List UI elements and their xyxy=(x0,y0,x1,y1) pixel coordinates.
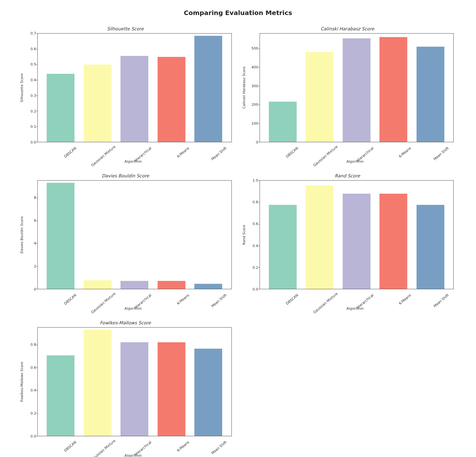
y-tick-label: 200 xyxy=(252,103,258,106)
y-tick-label: 6 xyxy=(34,219,36,222)
bar xyxy=(121,56,148,142)
bars-container xyxy=(38,34,231,142)
y-tick-label: 0 xyxy=(256,141,258,144)
plot-row: Silhouette Score0.00.10.20.30.40.50.60.7 xyxy=(19,33,232,142)
x-tick-label: Gaussian Mixture xyxy=(90,293,115,314)
x-axis-ticks: DBSCANGaussian MixtureHierarchicalK-Mean… xyxy=(257,289,454,295)
x-tick-label: Hierarchical xyxy=(128,293,152,314)
y-tick-label: 0.6 xyxy=(31,366,36,369)
figure-suptitle: Comparing Evaluation Metrics xyxy=(6,9,470,17)
y-tick-label: 0.4 xyxy=(31,389,36,392)
chart-panel: Rand ScoreRand Score0.00.20.40.60.81.0DB… xyxy=(241,173,454,311)
chart-title: Rand Score xyxy=(241,173,454,178)
bar xyxy=(84,65,112,142)
x-tick-label: K-Means xyxy=(388,146,412,167)
y-tick-label: 0.5 xyxy=(31,63,36,66)
bar xyxy=(47,183,74,289)
plot-row: Fowlkes-Mallows Score0.00.20.40.60.8 xyxy=(19,327,232,436)
x-tick-label: Gaussian Mixture xyxy=(313,293,337,314)
chart-title: Davies Bouldin Score xyxy=(19,173,232,178)
bar xyxy=(84,280,112,289)
x-tick-label: Hierarchical xyxy=(350,293,374,314)
bar xyxy=(306,52,333,142)
x-tick-label: Mean Shift xyxy=(203,146,228,167)
chart-title: Fowlkes-Mallows Score xyxy=(19,320,232,325)
x-axis-ticks: DBSCANGaussian MixtureHierarchicalK-Mean… xyxy=(35,436,232,442)
y-tick-label: 0.2 xyxy=(31,109,36,113)
y-axis-ticks: 0.00.20.40.60.81.0 xyxy=(247,180,260,289)
plot-row: Calinski Harabasz Score0100200300400500 xyxy=(241,33,454,142)
plot-row: Rand Score0.00.20.40.60.81.0 xyxy=(241,180,454,289)
bar xyxy=(121,281,148,289)
y-axis-label: Silhouette Score xyxy=(19,33,25,142)
y-axis-label: Rand Score xyxy=(241,180,247,289)
bar xyxy=(121,342,148,436)
x-tick-label: Gaussian Mixture xyxy=(313,146,337,167)
bar xyxy=(47,74,74,142)
bar xyxy=(158,281,185,289)
plot-area xyxy=(37,327,232,436)
bar xyxy=(343,38,371,142)
y-tick-label: 500 xyxy=(252,47,258,50)
x-axis-ticks: DBSCANGaussian MixtureHierarchicalK-Mean… xyxy=(257,142,454,148)
chart-panel: Calinski Harabasz ScoreCalinski Harabasz… xyxy=(241,26,454,164)
x-tick-label: K-Means xyxy=(388,293,412,314)
x-tick-label: Hierarchical xyxy=(350,146,374,167)
y-tick-label: 100 xyxy=(252,122,258,125)
y-axis-label: Fowlkes-Mallows Score xyxy=(19,327,25,436)
bar xyxy=(343,194,371,289)
y-axis-ticks: 0.00.20.40.60.8 xyxy=(25,327,37,436)
y-tick-label: 0.1 xyxy=(31,125,36,128)
chart-title: Silhouette Score xyxy=(19,26,232,31)
bar xyxy=(269,102,297,142)
plot-area xyxy=(260,180,454,289)
x-tick-label: Mean Shift xyxy=(425,146,450,167)
chart-grid: Silhouette ScoreSilhouette Score0.00.10.… xyxy=(6,26,470,457)
y-axis-ticks: 0100200300400500 xyxy=(247,33,260,142)
y-tick-label: 0 xyxy=(34,288,36,291)
y-tick-label: 1.0 xyxy=(253,179,258,182)
plot-area xyxy=(260,33,454,142)
bar xyxy=(306,185,333,289)
x-tick-label: DBSCAN xyxy=(275,293,299,314)
bar xyxy=(417,205,444,289)
y-axis-ticks: 02468 xyxy=(25,180,37,289)
x-tick-label: K-Means xyxy=(166,293,190,314)
plot-row: Davies Bouldin Score02468 xyxy=(19,180,232,289)
x-axis-ticks: DBSCANGaussian MixtureHierarchicalK-Mean… xyxy=(35,289,232,295)
x-tick-label: DBSCAN xyxy=(275,146,299,167)
y-tick-label: 0.4 xyxy=(31,78,36,82)
y-tick-label: 0.2 xyxy=(31,412,36,415)
bars-container xyxy=(260,34,454,142)
bars-container xyxy=(38,328,231,436)
y-tick-label: 8 xyxy=(34,196,36,199)
bar xyxy=(194,349,222,436)
y-tick-label: 0.0 xyxy=(31,141,36,144)
y-tick-label: 0.6 xyxy=(253,222,258,226)
y-axis-label: Davies Bouldin Score xyxy=(19,180,25,289)
y-tick-label: 2 xyxy=(34,265,36,268)
y-tick-label: 0.8 xyxy=(253,200,258,204)
y-tick-label: 0.2 xyxy=(253,266,258,269)
bar xyxy=(194,36,222,142)
bar xyxy=(194,284,222,289)
y-axis-ticks: 0.00.10.20.30.40.50.60.7 xyxy=(25,33,37,142)
bar xyxy=(417,47,444,142)
y-tick-label: 0.4 xyxy=(253,244,258,247)
x-axis-ticks: DBSCANGaussian MixtureHierarchicalK-Mean… xyxy=(35,142,232,148)
chart-title: Calinski Harabasz Score xyxy=(241,26,454,31)
bar xyxy=(158,342,185,436)
x-tick-label: Hierarchical xyxy=(128,146,152,167)
bars-container xyxy=(260,181,454,289)
x-tick-label: Mean Shift xyxy=(425,293,450,314)
y-tick-label: 0.6 xyxy=(31,47,36,50)
y-tick-label: 0.8 xyxy=(31,343,36,346)
y-tick-label: 0.7 xyxy=(31,32,36,35)
plot-area xyxy=(37,33,232,142)
y-axis-label: Calinski Harabasz Score xyxy=(241,33,247,142)
bar xyxy=(379,194,407,289)
x-tick-label: DBSCAN xyxy=(53,146,77,167)
x-tick-label: K-Means xyxy=(166,146,190,167)
y-tick-label: 300 xyxy=(252,84,258,88)
y-tick-label: 0.3 xyxy=(31,94,36,97)
